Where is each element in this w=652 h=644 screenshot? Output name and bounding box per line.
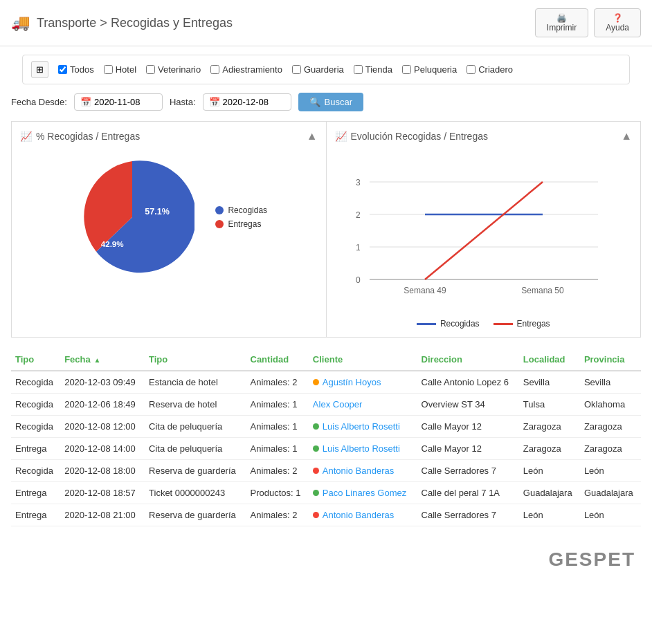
- pie-chart-collapse[interactable]: ▲: [307, 130, 318, 142]
- client-status-dot: [313, 445, 319, 452]
- cell-localidad: León: [519, 504, 580, 526]
- cell-tipo: Recogida: [11, 371, 60, 394]
- filter-hotel[interactable]: Hotel: [104, 64, 136, 75]
- pie-chart-svg: 57.1% 42.9%: [70, 155, 194, 279]
- filter-all-checkbox[interactable]: [58, 65, 67, 74]
- recogidas-dot: [215, 206, 224, 214]
- cell-provincia: Guadalajara: [580, 482, 641, 504]
- cell-localidad: Guadalajara: [519, 482, 580, 504]
- header: 🚚 Transporte > Recogidas y Entregas 🖨️ I…: [0, 0, 652, 46]
- cell-cliente: Antonio Banderas: [309, 504, 417, 526]
- svg-text:3: 3: [356, 178, 361, 187]
- header-title-area: 🚚 Transporte > Recogidas y Entregas: [11, 14, 233, 32]
- cell-tipo: Entrega: [11, 504, 60, 526]
- col-provincia[interactable]: Provincia: [580, 349, 641, 371]
- cell-cliente: Paco Linares Gomez: [309, 482, 417, 504]
- col-tipo1[interactable]: Tipo: [11, 349, 60, 371]
- client-link[interactable]: Antonio Banderas: [313, 510, 413, 520]
- table-row: Recogida 2020-12-08 12:00 Cita de peluqu…: [11, 416, 641, 438]
- col-tipo2[interactable]: Tipo: [145, 349, 246, 371]
- cell-tipo: Entrega: [11, 438, 60, 460]
- entregas-dot: [215, 220, 224, 228]
- cell-tipo2: Reserva de guardería: [145, 460, 246, 482]
- search-button[interactable]: 🔍 Buscar: [298, 93, 363, 111]
- client-link[interactable]: Antonio Banderas: [313, 466, 413, 476]
- client-name: Antonio Banderas: [323, 466, 394, 476]
- client-link[interactable]: Alex Cooper: [313, 399, 413, 410]
- print-icon: 🖨️: [556, 13, 567, 23]
- cell-fecha: 2020-12-08 12:00: [60, 416, 145, 438]
- svg-text:Semana 49: Semana 49: [404, 286, 446, 295]
- line-chart-svg: 0 1 2 3 Semana 49 Semana 50: [342, 148, 612, 314]
- filter-criadero-checkbox[interactable]: [467, 65, 476, 74]
- filter-peluqueria[interactable]: Peluqueria: [402, 64, 457, 75]
- cell-tipo: Recogida: [11, 394, 60, 416]
- svg-text:Semana 50: Semana 50: [521, 286, 564, 295]
- header-actions: 🖨️ Imprimir ❓ Ayuda: [535, 8, 641, 37]
- cell-cliente: Luis Alberto Rosetti: [309, 416, 417, 438]
- cell-localidad: Sevilla: [519, 371, 580, 394]
- line-legend: Recogidas Entregas: [342, 319, 626, 329]
- cell-provincia: Oklahoma: [580, 394, 641, 416]
- svg-text:42.9%: 42.9%: [101, 239, 125, 248]
- client-name: Alex Cooper: [313, 399, 363, 410]
- trend-icon-right: 📈: [335, 131, 347, 142]
- client-link[interactable]: Agustín Hoyos: [313, 377, 413, 387]
- cell-fecha: 2020-12-03 09:49: [60, 371, 145, 394]
- table-body: Recogida 2020-12-03 09:49 Estancia de ho…: [11, 371, 641, 526]
- filter-guarderia[interactable]: Guarderia: [292, 64, 344, 75]
- client-name: Agustín Hoyos: [323, 377, 381, 387]
- client-status-dot: [313, 423, 319, 430]
- filter-tienda[interactable]: Tienda: [354, 64, 392, 75]
- filter-veterinario-checkbox[interactable]: [146, 65, 155, 74]
- svg-text:2: 2: [356, 210, 361, 220]
- filter-peluqueria-checkbox[interactable]: [402, 65, 411, 74]
- filter-hotel-checkbox[interactable]: [104, 65, 113, 74]
- filter-veterinario[interactable]: Veterinario: [146, 64, 201, 75]
- calendar-until-icon: 📅: [209, 97, 220, 107]
- col-localidad[interactable]: Localidad: [519, 349, 580, 371]
- col-fecha[interactable]: Fecha ▲: [60, 349, 145, 371]
- filter-all[interactable]: Todos: [58, 64, 94, 75]
- table-row: Entrega 2020-12-08 14:00 Cita de peluque…: [11, 438, 641, 460]
- col-cliente[interactable]: Cliente: [309, 349, 417, 371]
- page-title: Transporte > Recogidas y Entregas: [37, 16, 233, 30]
- table-row: Entrega 2020-12-08 18:57 Ticket 00000002…: [11, 482, 641, 504]
- cell-provincia: Zaragoza: [580, 438, 641, 460]
- filter-guarderia-checkbox[interactable]: [292, 65, 301, 74]
- grid-view-button[interactable]: ⊞: [31, 61, 48, 78]
- line-chart-collapse[interactable]: ▲: [621, 130, 632, 142]
- col-cantidad[interactable]: Cantidad: [246, 349, 309, 371]
- cell-fecha: 2020-12-08 18:00: [60, 460, 145, 482]
- cell-direccion: Calle Serradores 7: [417, 460, 519, 482]
- cell-cantidad: Animales: 1: [246, 394, 309, 416]
- cell-tipo: Entrega: [11, 482, 60, 504]
- cell-direccion: Calle Mayor 12: [417, 438, 519, 460]
- pie-chart-title-left: 📈 % Recogidas / Entregas: [20, 131, 140, 142]
- cell-localidad: Tulsa: [519, 394, 580, 416]
- date-from-input[interactable]: [94, 97, 156, 107]
- charts-section: 📈 % Recogidas / Entregas ▲ 57.1% 42.9%: [11, 121, 641, 338]
- client-link[interactable]: Paco Linares Gomez: [313, 488, 413, 498]
- client-link[interactable]: Luis Alberto Rosetti: [313, 421, 413, 432]
- line-chart-panel: 📈 Evolución Recogidas / Entregas ▲ 0 1 2…: [327, 122, 641, 337]
- help-button[interactable]: ❓ Ayuda: [594, 8, 641, 37]
- filter-tienda-checkbox[interactable]: [354, 65, 363, 74]
- truck-icon: 🚚: [11, 14, 30, 32]
- table-header: Tipo Fecha ▲ Tipo Cantidad Cliente Direc…: [11, 349, 641, 371]
- sort-arrow-icon: ▲: [92, 356, 101, 364]
- filter-adiestramiento[interactable]: Adiestramiento: [210, 64, 282, 75]
- cell-tipo2: Cita de peluquería: [145, 438, 246, 460]
- date-until-input[interactable]: [223, 97, 285, 107]
- client-name: Paco Linares Gomez: [323, 488, 406, 498]
- filter-adiestramiento-checkbox[interactable]: [210, 65, 219, 74]
- table-section: Tipo Fecha ▲ Tipo Cantidad Cliente Direc…: [11, 349, 641, 526]
- from-label: Fecha Desde:: [11, 97, 67, 107]
- filter-criadero[interactable]: Criadero: [467, 64, 513, 75]
- cell-cliente: Luis Alberto Rosetti: [309, 438, 417, 460]
- table-row: Recogida 2020-12-06 18:49 Reserva de hot…: [11, 394, 641, 416]
- cell-direccion: Calle del peral 7 1A: [417, 482, 519, 504]
- col-direccion[interactable]: Direccion: [417, 349, 519, 371]
- print-button[interactable]: 🖨️ Imprimir: [535, 8, 588, 37]
- client-link[interactable]: Luis Alberto Rosetti: [313, 443, 413, 454]
